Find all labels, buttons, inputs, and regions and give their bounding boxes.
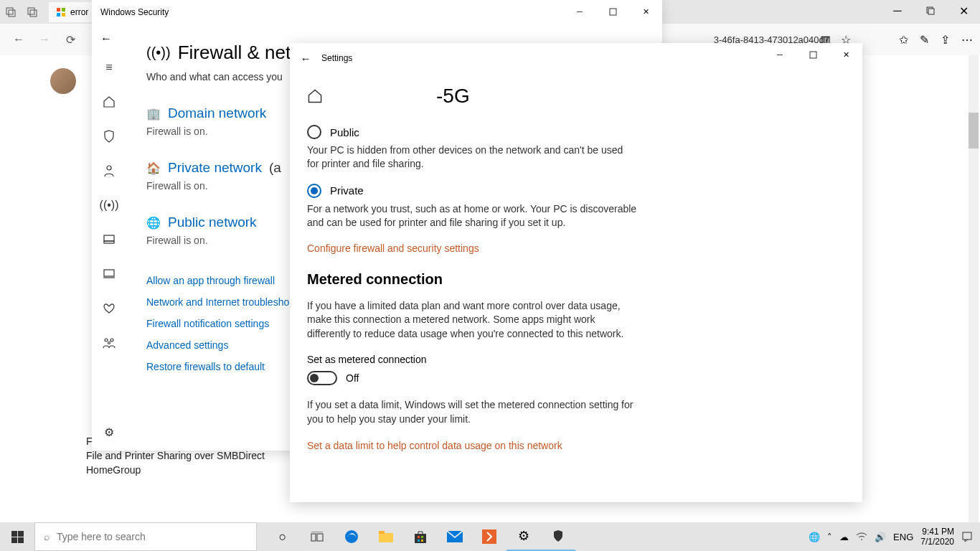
configure-firewall-link[interactable]: Configure firewall and security settings [307, 242, 845, 254]
set-minimize[interactable]: ─ [763, 43, 796, 66]
settings-window: ← Settings ─ ✕ -5G Public Your PC is hid… [290, 43, 862, 502]
shield-icon[interactable] [102, 129, 116, 143]
device-icon[interactable] [102, 267, 116, 281]
bg-line: File and Printer Sharing over SMBDirect [86, 450, 265, 461]
radio-icon[interactable] [307, 184, 321, 198]
notifications-icon[interactable] [961, 531, 973, 542]
radio-icon[interactable] [307, 125, 321, 139]
settings-home-icon[interactable] [307, 88, 323, 104]
toggle-label: Set as metered connection [307, 354, 845, 365]
help-icon[interactable]: 🌐 [809, 532, 820, 542]
more-icon[interactable]: ⋯ [961, 33, 973, 47]
settings-icon[interactable]: ⚙ [102, 425, 116, 439]
metered-desc: If you have a limited data plan and want… [307, 299, 637, 342]
svg-rect-21 [11, 537, 17, 543]
svg-rect-26 [379, 533, 393, 542]
home-icon[interactable] [102, 95, 116, 109]
security-titlebar[interactable]: Windows Security ─ ✕ [92, 0, 662, 24]
onedrive-icon[interactable]: ☁ [839, 532, 849, 542]
firewall-icon[interactable]: ((•)) [102, 198, 116, 212]
settings-titlebar[interactable]: ← Settings ─ ✕ [290, 43, 862, 73]
svg-point-17 [108, 342, 110, 344]
svg-rect-23 [311, 534, 316, 541]
search-icon: ⌕ [44, 531, 50, 542]
sec-close[interactable]: ✕ [629, 0, 662, 23]
browser-minimize[interactable]: ─ [881, 0, 914, 22]
share-icon[interactable]: ⇪ [941, 33, 950, 47]
private-network-link[interactable]: Private network [168, 160, 262, 176]
radio-public[interactable]: Public [307, 125, 845, 139]
limit-desc: If you set a data limit, Windows will se… [307, 398, 637, 426]
svg-point-25 [345, 530, 358, 543]
start-button[interactable] [0, 522, 34, 551]
tabs-icon[interactable] [3, 4, 19, 20]
account-icon[interactable] [102, 164, 116, 178]
volume-icon[interactable]: 🔊 [875, 532, 886, 542]
nav-refresh-icon[interactable]: ⟳ [59, 28, 82, 51]
svg-rect-19 [11, 531, 17, 537]
search-input[interactable]: ⌕ Type here to search [34, 522, 257, 551]
svg-rect-5 [62, 8, 65, 11]
metered-heading: Metered connection [307, 271, 845, 288]
hamburger-icon[interactable]: ≡ [102, 60, 116, 75]
fav-icon[interactable]: ✩ [899, 33, 908, 47]
page-title: Firewall & net [178, 42, 291, 64]
nav-forward-icon[interactable]: → [33, 28, 56, 51]
scrollbar[interactable] [969, 55, 979, 522]
tabs-icon-2[interactable] [24, 4, 40, 20]
sec-back-icon[interactable]: ← [98, 30, 115, 47]
svg-rect-31 [418, 540, 420, 542]
app-icon[interactable] [102, 232, 116, 247]
svg-rect-18 [810, 52, 816, 58]
private-desc: For a network you trust, such as at home… [307, 202, 637, 230]
svg-point-15 [105, 339, 108, 342]
svg-rect-27 [379, 531, 385, 534]
store-icon[interactable] [403, 522, 438, 551]
svg-point-16 [110, 339, 113, 342]
bg-line: HomeGroup [86, 464, 141, 476]
browser-tab[interactable]: error [49, 2, 95, 22]
svg-rect-28 [415, 534, 426, 543]
svg-rect-7 [62, 13, 65, 17]
browser-maximize[interactable] [914, 0, 947, 22]
edge-icon[interactable] [334, 522, 369, 551]
security-taskbar-icon[interactable] [541, 522, 575, 551]
sec-maximize[interactable] [596, 0, 629, 23]
svg-rect-32 [421, 540, 423, 542]
mail-icon[interactable] [438, 522, 472, 551]
data-limit-link[interactable]: Set a data limit to help control data us… [307, 440, 845, 451]
svg-rect-6 [57, 13, 60, 17]
settings-back-icon[interactable]: ← [290, 52, 321, 65]
network-tray-icon[interactable] [856, 532, 867, 541]
app-icon-orange[interactable] [472, 522, 507, 551]
metered-toggle[interactable] [307, 371, 337, 385]
explorer-icon[interactable] [369, 522, 403, 551]
svg-rect-14 [104, 270, 114, 276]
health-icon[interactable] [102, 301, 116, 316]
language-indicator[interactable]: ENG [893, 532, 913, 542]
clock[interactable]: 9:41 PM 7/1/2020 [920, 527, 954, 547]
cortana-icon[interactable]: ○ [265, 522, 300, 551]
svg-rect-2 [28, 8, 34, 14]
domain-network-link[interactable]: Domain network [168, 105, 266, 121]
set-maximize[interactable] [796, 43, 829, 66]
svg-rect-22 [18, 537, 24, 543]
radio-private[interactable]: Private [307, 184, 845, 198]
browser-close[interactable]: ✕ [947, 0, 980, 22]
taskview-icon[interactable] [300, 522, 334, 551]
private-network-icon: 🏠 [146, 161, 161, 175]
time: 9:41 PM [920, 527, 954, 537]
radio-private-label: Private [330, 184, 364, 197]
pen-icon[interactable]: ✎ [920, 33, 929, 47]
sec-minimize[interactable]: ─ [563, 0, 596, 23]
public-network-icon: 🌐 [146, 215, 161, 230]
settings-taskbar-icon[interactable]: ⚙ [507, 522, 541, 551]
svg-rect-20 [18, 531, 24, 537]
public-network-link[interactable]: Public network [168, 215, 257, 230]
family-icon[interactable] [102, 336, 116, 350]
svg-rect-0 [6, 8, 13, 14]
chevron-up-icon[interactable]: ˄ [827, 532, 832, 542]
nav-back-icon[interactable]: ← [7, 28, 30, 51]
svg-rect-35 [963, 532, 971, 540]
set-close[interactable]: ✕ [829, 43, 862, 66]
